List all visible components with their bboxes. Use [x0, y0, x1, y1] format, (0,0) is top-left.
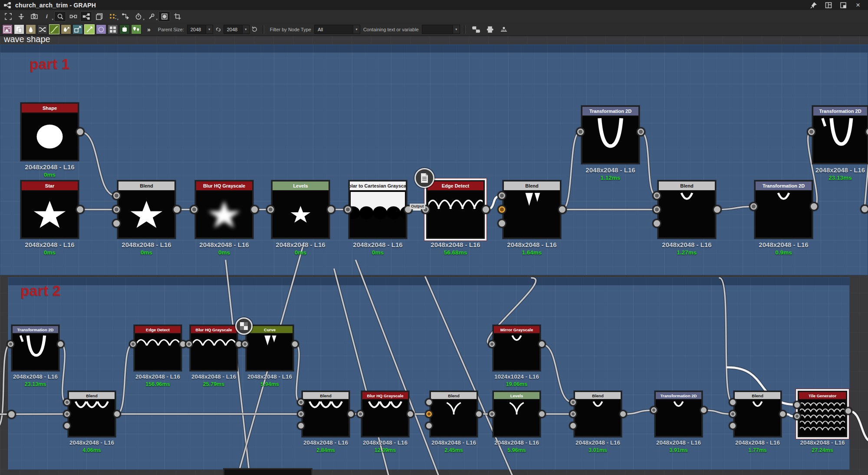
focus-search-icon[interactable]	[54, 11, 66, 22]
node-blend[interactable]: Blend	[733, 391, 782, 437]
input-port[interactable]	[497, 191, 506, 200]
snap-options-icon[interactable]	[500, 26, 508, 33]
scatter-node-button[interactable]	[131, 24, 141, 34]
fill-node-button[interactable]	[26, 24, 36, 34]
node-transformation-2d[interactable]: Transformation 2D	[11, 325, 59, 371]
grid-snap-icon[interactable]	[171, 11, 183, 22]
input-port[interactable]	[190, 205, 199, 214]
split-panel-icon[interactable]	[825, 2, 832, 9]
float-window-icon[interactable]	[839, 2, 847, 9]
input-port[interactable]	[749, 202, 758, 211]
containing-text-input[interactable]: ▾	[422, 25, 460, 34]
node-mirror-grayscale[interactable]: Mirror Grayscale	[493, 325, 541, 371]
input-port[interactable]	[425, 398, 433, 406]
input-port[interactable]	[112, 205, 121, 214]
input-port[interactable]	[729, 410, 737, 418]
svg-node-button[interactable]	[14, 24, 24, 34]
node-edge-detect[interactable]: Edge Detect	[426, 180, 485, 239]
input-port[interactable]	[652, 205, 661, 214]
node-transformation-2d[interactable]: Transformation 2D	[581, 106, 640, 164]
reset-size-icon[interactable]	[251, 26, 259, 33]
blur-node-button[interactable]	[61, 24, 71, 34]
output-port[interactable]	[475, 410, 483, 418]
node-blend[interactable]: Blend	[503, 180, 561, 239]
node-blur-hq-grayscale[interactable]: Blur HQ Grayscale	[361, 391, 409, 437]
graph-canvas[interactable]: wave shape part 1part 2Shape2048x2048 - …	[0, 0, 868, 475]
tools-icon[interactable]: ▾	[145, 11, 157, 22]
link-dimensions-icon[interactable]	[214, 26, 222, 33]
output-port[interactable]	[406, 410, 414, 418]
node-tile-generator[interactable]: Tile Generator	[798, 391, 847, 437]
parent-size-width-select[interactable]: 2048 ▾	[187, 25, 213, 34]
node-transformation-2d[interactable]: Transformation 2D	[754, 180, 813, 239]
shuffle-node-button[interactable]	[37, 24, 48, 34]
input-port[interactable]	[425, 422, 433, 430]
input-port[interactable]	[63, 410, 71, 418]
output-port[interactable]	[172, 205, 181, 214]
output-port[interactable]	[538, 410, 546, 418]
node-compact-icon[interactable]	[486, 26, 494, 33]
partially-visible-node[interactable]	[223, 468, 312, 475]
input-port[interactable]	[807, 127, 816, 136]
output-port[interactable]	[76, 205, 85, 214]
input-port[interactable]	[729, 422, 737, 430]
input-port[interactable]	[652, 219, 661, 228]
node-levels[interactable]: Levels	[271, 180, 330, 239]
connector-route-icon[interactable]	[119, 11, 131, 22]
input-port[interactable]	[576, 127, 585, 136]
node-blend[interactable]: Blend	[68, 391, 116, 437]
close-icon[interactable]: ×	[854, 2, 862, 9]
filter-preview-icon[interactable]	[158, 11, 170, 22]
floating-port[interactable]	[7, 410, 16, 419]
expose-graph-icon[interactable]	[80, 11, 92, 22]
input-port[interactable]	[569, 410, 577, 418]
output-port[interactable]	[713, 205, 722, 214]
output-port[interactable]	[113, 410, 121, 418]
input-port[interactable]	[497, 219, 506, 228]
input-port[interactable]	[488, 340, 496, 348]
extrude-node-button[interactable]	[119, 24, 130, 34]
info-icon[interactable]: i▾	[41, 11, 53, 22]
input-port[interactable]	[129, 340, 137, 348]
output-port[interactable]	[481, 205, 490, 214]
output-port[interactable]	[636, 127, 645, 136]
output-port[interactable]	[56, 340, 65, 348]
input-port[interactable]	[7, 340, 15, 348]
input-port[interactable]	[650, 406, 658, 414]
parent-size-height-select[interactable]: 2048 ▾	[224, 25, 250, 34]
more-nodes-button[interactable]: »	[143, 26, 155, 33]
output-port[interactable]	[326, 205, 335, 214]
output-port[interactable]	[619, 410, 627, 418]
bitmap-node-button[interactable]	[2, 24, 13, 34]
node-blend[interactable]: Blend	[658, 180, 716, 239]
input-port[interactable]	[266, 205, 275, 214]
input-port[interactable]	[112, 219, 121, 228]
layers-icon[interactable]	[93, 11, 105, 22]
dot-align-icon[interactable]: ▾	[106, 11, 118, 22]
gradient-node-button[interactable]	[84, 24, 95, 34]
input-port[interactable]	[112, 191, 121, 200]
node-blur-hq-grayscale[interactable]: Blur HQ Grayscale	[195, 180, 253, 239]
output-port[interactable]	[347, 410, 355, 418]
output-port[interactable]	[844, 407, 852, 415]
shape-node-button[interactable]	[96, 24, 106, 34]
input-port[interactable]	[569, 398, 577, 406]
node-levels[interactable]: Levels	[493, 391, 541, 437]
output-port[interactable]	[291, 340, 299, 348]
node-blend[interactable]: Blend	[430, 391, 478, 437]
output-port[interactable]	[558, 205, 567, 214]
node-blend[interactable]: Blend	[574, 391, 622, 437]
output-port[interactable]	[700, 406, 708, 414]
floating-port[interactable]	[860, 205, 868, 214]
input-port[interactable]	[63, 398, 71, 406]
input-port[interactable]	[297, 410, 305, 418]
link-size-icon[interactable]	[67, 11, 79, 22]
output-port[interactable]	[779, 410, 787, 418]
checker-badge-icon[interactable]	[235, 317, 253, 335]
document-badge-icon[interactable]	[414, 168, 434, 188]
output-port[interactable]	[76, 127, 85, 136]
screenshot-icon[interactable]	[28, 11, 40, 22]
input-port[interactable]	[343, 205, 352, 214]
tile-sampler-button[interactable]	[108, 24, 118, 34]
node-polar-to-cartesian-grayscale[interactable]: Polar to Cartesian Grayscale	[349, 180, 407, 239]
